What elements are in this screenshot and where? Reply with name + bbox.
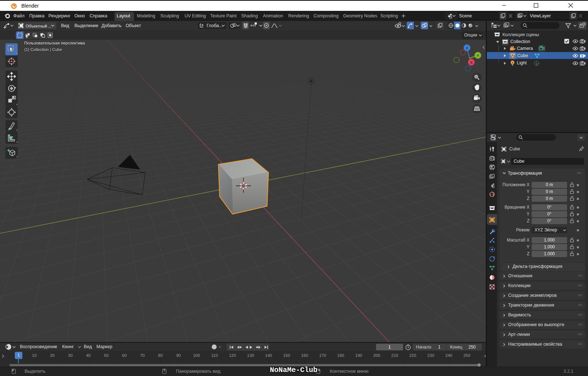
svg-text:X: X — [470, 61, 472, 64]
svg-text:Y: Y — [477, 54, 479, 57]
svg-text:Z: Z — [466, 46, 468, 50]
